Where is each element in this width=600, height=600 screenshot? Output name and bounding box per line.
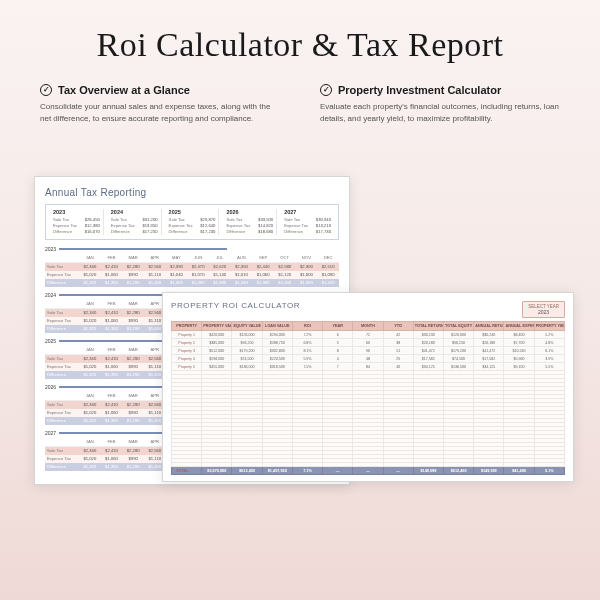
roi-cell: $8,400 — [504, 331, 534, 339]
feature-heading: Property Investment Calculator — [338, 84, 501, 96]
cell-value: $2,340 — [79, 308, 101, 317]
check-icon: ✓ — [320, 84, 332, 96]
roi-table: PROPERTYPROPERTY VALUEEQUITY VALUELOAN V… — [171, 321, 565, 475]
tax-summary-year: 2023Sale Tax$28,450Expense Tax$12,380Dif… — [50, 209, 104, 235]
feature-description: Evaluate each property's financial outco… — [320, 101, 560, 124]
detail-year-label: 2025 — [45, 338, 56, 344]
cell-value: $1,290 — [122, 325, 144, 333]
cell-value: $1,350 — [101, 325, 123, 333]
tax-summary-year: 2026Sale Tax$33,500Expense Tax$14,820Dif… — [223, 209, 277, 235]
cell-value: $990 — [122, 455, 144, 463]
progress-bar — [59, 248, 339, 250]
roi-total-cell: 7.1% — [292, 467, 322, 475]
cell-value: $1,340 — [231, 279, 253, 287]
summary-year-label: 2027 — [284, 209, 331, 215]
roi-cell: 8.1% — [292, 347, 322, 355]
roi-cell: Property 2 — [172, 339, 202, 347]
feature-heading: Tax Overview at a Glance — [58, 84, 190, 96]
summary-year-label: 2026 — [226, 209, 273, 215]
cell-value: $1,060 — [101, 317, 123, 325]
cell-value: $2,410 — [101, 446, 123, 455]
roi-cell: $34,125 — [413, 363, 443, 371]
roi-cell: $41,472 — [413, 347, 443, 355]
roi-cell: $74,500 — [443, 355, 473, 363]
roi-cell: $332,800 — [262, 347, 292, 355]
summary-year-label: 2023 — [53, 209, 100, 215]
roi-cell: 7 — [323, 363, 353, 371]
roi-cell: 38 — [383, 339, 413, 347]
feature-description: Consolidate your annual sales and expens… — [40, 101, 280, 124]
roi-cell: $96,250 — [232, 339, 262, 347]
roi-total-label: TOTAL — [172, 467, 202, 475]
cell-value: $1,350 — [166, 279, 188, 287]
select-year-button[interactable]: SELECT YEAR 2023 — [522, 301, 565, 318]
roi-cell: $10,240 — [504, 347, 534, 355]
roi-col-header: EQUITY VALUE — [232, 322, 262, 331]
month-header: FEB — [101, 346, 123, 355]
cell-value: $1,020 — [79, 317, 101, 325]
roi-cell: $5,960 — [504, 355, 534, 363]
check-icon: ✓ — [40, 84, 52, 96]
selected-year-value: 2023 — [538, 309, 549, 315]
roi-total-cell: $149,599 — [474, 467, 504, 475]
roi-col-header: YEAR — [323, 322, 353, 331]
row-label: Sale Tax — [45, 308, 79, 317]
cell-value: $2,280 — [122, 308, 144, 317]
roi-cell: 48 — [353, 355, 383, 363]
roi-col-header: ANNUAL EXPENSE — [504, 322, 534, 331]
roi-row: Property 3$512,000$179,200$332,8008.1%89… — [172, 347, 565, 355]
cell-value: $1,070 — [187, 271, 209, 279]
roi-cell: $455,000 — [202, 363, 232, 371]
roi-cell: $7,700 — [504, 339, 534, 347]
cell-value: $1,060 — [101, 455, 123, 463]
summary-metric-label: Difference — [226, 229, 245, 235]
cell-value: $1,420 — [317, 279, 339, 287]
detail-year-label: 2027 — [45, 430, 56, 436]
card-title: Annual Tax Reporting — [45, 187, 339, 198]
cell-value: $2,440 — [252, 262, 274, 271]
cell-value: $1,320 — [79, 371, 101, 379]
month-header: MAR — [122, 254, 144, 263]
roi-cell: Property 4 — [172, 355, 202, 363]
cell-value: $1,350 — [101, 463, 123, 471]
roi-row: Property 5$455,000$136,500$318,5007.5%78… — [172, 363, 565, 371]
detail-year-label: 2026 — [45, 384, 56, 390]
month-header: MAR — [122, 438, 144, 447]
roi-cell: $318,500 — [262, 363, 292, 371]
cell-value: $2,410 — [101, 262, 123, 271]
feature-row: ✓ Tax Overview at a Glance Consolidate y… — [0, 64, 600, 124]
month-header: FEB — [101, 300, 123, 309]
month-header: JUN — [187, 254, 209, 263]
summary-metric-label: Difference — [284, 229, 303, 235]
cell-value: $1,010 — [231, 271, 253, 279]
roi-cell: $96,250 — [443, 339, 473, 347]
roi-col-header: TOTAL EQUITY — [443, 322, 473, 331]
cell-value: $1,320 — [79, 463, 101, 471]
summary-metric-label: Difference — [111, 229, 130, 235]
roi-cell: 5.9% — [292, 355, 322, 363]
roi-cell: $34,125 — [474, 363, 504, 371]
roi-cell: 72 — [353, 331, 383, 339]
cell-value: $1,060 — [101, 271, 123, 279]
cell-value: $2,560 — [144, 262, 166, 271]
roi-row: Property 2$385,000$96,250$288,7506.8%560… — [172, 339, 565, 347]
roi-col-header: PROPERTY YIELD — [534, 322, 564, 331]
roi-total-cell: — — [383, 467, 413, 475]
roi-cell: 46 — [383, 363, 413, 371]
month-header: SEP — [252, 254, 274, 263]
cell-value: $1,060 — [101, 409, 123, 417]
cell-value: $1,060 — [252, 271, 274, 279]
cell-value: $2,350 — [231, 262, 253, 271]
cell-value: $2,580 — [274, 262, 296, 271]
roi-total-cell: $612,450 — [443, 467, 473, 475]
cell-value: $2,340 — [79, 400, 101, 409]
month-header: JAN — [79, 392, 101, 401]
roi-cell: 5.2% — [534, 331, 564, 339]
month-header: MAR — [122, 346, 144, 355]
cell-value: $1,350 — [101, 279, 123, 287]
row-label: Difference — [45, 279, 79, 287]
roi-total-cell: $1,457,550 — [262, 467, 292, 475]
cell-value: $1,320 — [79, 417, 101, 425]
roi-cell: 6 — [323, 331, 353, 339]
row-label: Expense Tax — [45, 317, 79, 325]
